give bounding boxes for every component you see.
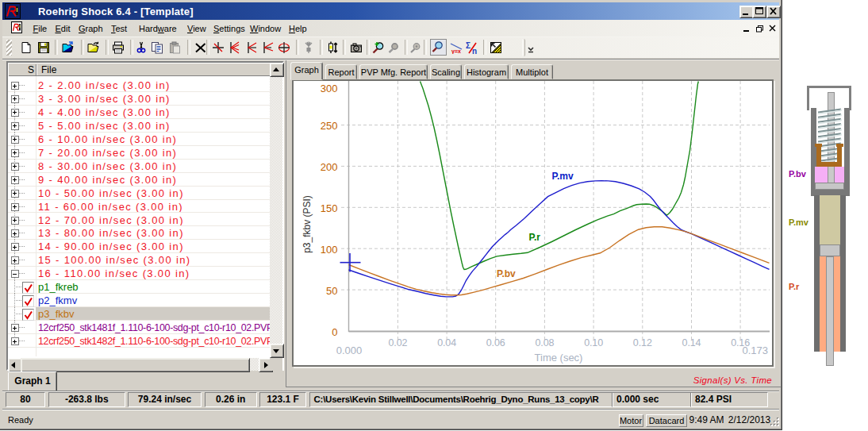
svg-text:0.04: 0.04 [437, 337, 456, 348]
svg-text:Σ: Σ [466, 41, 470, 50]
svg-text:y=x: y=x [451, 48, 461, 54]
svg-text:Time (sec): Time (sec) [535, 352, 583, 364]
svg-text:300: 300 [321, 83, 338, 94]
svg-text:0.14: 0.14 [682, 337, 701, 348]
svg-text:200: 200 [321, 161, 338, 173]
svg-text:0.173: 0.173 [742, 344, 768, 356]
svg-text:0.02: 0.02 [388, 337, 407, 348]
svg-text:0.10: 0.10 [584, 337, 603, 348]
svg-text:P.bv: P.bv [497, 268, 516, 279]
svg-text:0.06: 0.06 [486, 337, 505, 348]
svg-text:0.12: 0.12 [633, 337, 652, 348]
svg-text:250: 250 [321, 120, 338, 132]
svg-text:50: 50 [326, 285, 337, 297]
svg-text:p3_fkbv (PSI): p3_fkbv (PSI) [301, 195, 313, 253]
svg-text:P.mv: P.mv [552, 171, 574, 182]
svg-text:0: 0 [332, 326, 337, 338]
svg-text:0.000: 0.000 [336, 344, 363, 356]
svg-text:0.08: 0.08 [535, 337, 554, 348]
svg-text:P.r: P.r [529, 232, 541, 243]
svg-text:100: 100 [321, 244, 338, 256]
svg-text:150: 150 [321, 202, 338, 214]
